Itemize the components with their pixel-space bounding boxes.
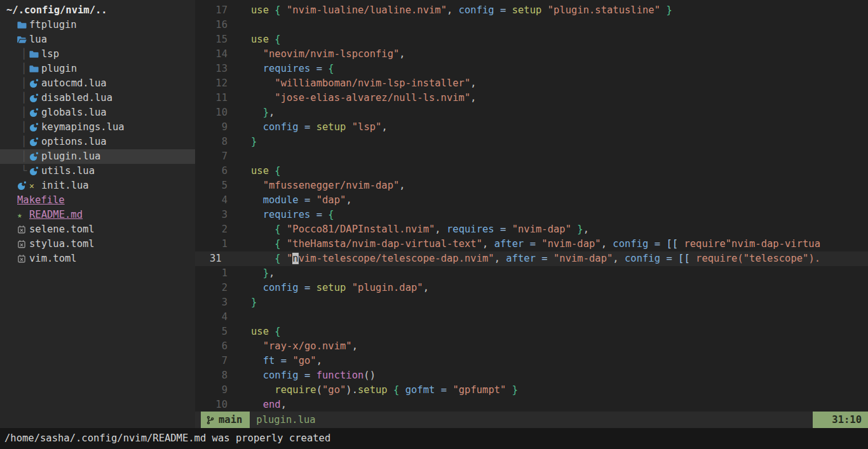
code-line[interactable]: 13 requires = {	[195, 62, 868, 76]
editor-buffer[interactable]: 17use { "nvim-lualine/lualine.nvim", con…	[195, 0, 868, 412]
tree-item-label: utils.lua	[41, 164, 95, 178]
code-text: requires = {	[251, 62, 334, 76]
code-text: "williamboman/nvim-lsp-installer",	[251, 76, 477, 91]
code-line[interactable]: 1 },	[195, 266, 868, 281]
line-number: 4	[195, 310, 227, 325]
tree-item-label: disabled.lua	[41, 91, 112, 105]
tree-item-globals.lua[interactable]: │globals.lua	[0, 105, 195, 120]
line-number: 3	[195, 295, 227, 310]
line-number: 1	[195, 237, 227, 251]
code-line[interactable]: 2 config = setup "plugin.dap",	[195, 281, 868, 295]
folder-icon	[29, 64, 41, 74]
tree-item-label: plugin.lua	[41, 149, 100, 164]
tree-guide: └	[21, 164, 29, 178]
tree-guide: │	[21, 149, 29, 164]
tree-item-label: autocmd.lua	[41, 76, 107, 91]
tree-item-README.md[interactable]: ★README.md	[0, 208, 195, 222]
code-line[interactable]: 11 "jose-elias-alvarez/null-ls.nvim",	[195, 91, 868, 105]
line-number: 2	[195, 222, 227, 237]
code-line[interactable]: 5use {	[195, 325, 868, 339]
tree-guide: │	[21, 105, 29, 120]
line-number: 8	[195, 135, 227, 149]
tree-item-options.lua[interactable]: │options.lua	[0, 135, 195, 149]
code-text: config = function()	[251, 368, 376, 383]
line-number: 14	[195, 47, 227, 62]
line-number: 4	[195, 193, 227, 208]
code-text: { "theHamsta/nvim-dap-virtual-text", aft…	[251, 237, 820, 251]
folder-icon	[29, 50, 41, 59]
cursor-position: 31:10	[813, 412, 868, 428]
git-branch-segment: main	[201, 412, 250, 428]
code-line[interactable]: 4	[195, 310, 868, 325]
tree-item-lua[interactable]: lua	[0, 32, 195, 47]
code-line[interactable]: 6use {	[195, 164, 868, 178]
code-line[interactable]: 2 { "Pocco81/DAPInstall.nvim", requires …	[195, 222, 868, 237]
tree-guide: │	[21, 62, 29, 76]
tree-item-label: init.lua	[41, 178, 89, 193]
code-text: config = setup "lsp",	[251, 120, 388, 135]
code-line[interactable]: 12 "williamboman/nvim-lsp-installer",	[195, 76, 868, 91]
tree-item-stylua.toml[interactable]: stylua.toml	[0, 237, 195, 251]
current-line-number: 31	[195, 251, 242, 266]
code-text: },	[251, 266, 275, 281]
code-text: { "Pocco81/DAPInstall.nvim", requires = …	[251, 222, 589, 237]
code-line[interactable]: 8 config = function()	[195, 368, 868, 383]
tree-guide: │	[21, 91, 29, 105]
code-text: ft = "go",	[251, 354, 322, 368]
code-line[interactable]: 31 { "nvim-telescope/telescope-dap.nvim"…	[195, 251, 868, 266]
code-line[interactable]: 10 },	[195, 105, 868, 120]
code-line[interactable]: 3 requires = {	[195, 208, 868, 222]
tree-item-plugin[interactable]: │plugin	[0, 62, 195, 76]
code-line[interactable]: 4 module = "dap",	[195, 193, 868, 208]
editor-pane[interactable]: 17use { "nvim-lualine/lualine.nvim", con…	[195, 0, 868, 428]
file-tree-sidebar[interactable]: ~/.config/nvim/.. ftpluginlua│lsp│plugin…	[0, 0, 195, 428]
tree-item-label: globals.lua	[41, 105, 107, 120]
code-line[interactable]: 17use { "nvim-lualine/lualine.nvim", con…	[195, 3, 868, 18]
line-number: 7	[195, 354, 227, 368]
tree-item-init.lua[interactable]: ✕init.lua	[0, 178, 195, 193]
tree-item-label: ftplugin	[29, 18, 77, 32]
code-line[interactable]: 10 end,	[195, 398, 868, 412]
code-text: module = "dap",	[251, 193, 352, 208]
code-text: requires = {	[251, 208, 334, 222]
tree-item-autocmd.lua[interactable]: │autocmd.lua	[0, 76, 195, 91]
code-line[interactable]: 14 "neovim/nvim-lspconfig",	[195, 47, 868, 62]
statusline-filename: plugin.lua	[256, 412, 315, 428]
tree-item-lsp[interactable]: │lsp	[0, 47, 195, 62]
tree-item-Makefile[interactable]: Makefile	[0, 193, 195, 208]
line-number: 17	[195, 3, 227, 18]
code-line[interactable]: 3}	[195, 295, 868, 310]
tree-item-utils.lua[interactable]: └utils.lua	[0, 164, 195, 178]
tree-item-label: options.lua	[41, 135, 107, 149]
tree-item-vim.toml[interactable]: vim.toml	[0, 251, 195, 266]
code-line[interactable]: 7	[195, 149, 868, 164]
code-line[interactable]: 16	[195, 18, 868, 32]
code-line[interactable]: 8}	[195, 135, 868, 149]
tree-guide: │	[21, 47, 29, 62]
tree-item-disabled.lua[interactable]: │disabled.lua	[0, 91, 195, 105]
line-number: 16	[195, 18, 227, 32]
code-text: }	[251, 295, 257, 310]
line-number: 6	[195, 164, 227, 178]
code-line[interactable]: 9 config = setup "lsp",	[195, 120, 868, 135]
code-line[interactable]: 5 "mfussenegger/nvim-dap",	[195, 178, 868, 193]
tree-item-plugin.lua[interactable]: │plugin.lua	[0, 149, 195, 164]
line-number: 5	[195, 325, 227, 339]
folder-open-icon	[17, 35, 29, 44]
code-line[interactable]: 7 ft = "go",	[195, 354, 868, 368]
code-text: "mfussenegger/nvim-dap",	[251, 178, 405, 193]
tree-item-keymapings.lua[interactable]: │keymapings.lua	[0, 120, 195, 135]
line-number: 9	[195, 383, 227, 398]
toml-icon	[17, 254, 29, 264]
star-icon: ★	[17, 208, 29, 222]
code-line[interactable]: 1 { "theHamsta/nvim-dap-virtual-text", a…	[195, 237, 868, 251]
code-line[interactable]: 15use {	[195, 32, 868, 47]
code-line[interactable]: 9 require("go").setup { gofmt = "gpfumpt…	[195, 383, 868, 398]
line-number: 9	[195, 120, 227, 135]
tree-item-selene.toml[interactable]: selene.toml	[0, 222, 195, 237]
git-status-icon: ✕	[29, 178, 41, 193]
code-text: use {	[251, 32, 281, 47]
code-line[interactable]: 6 "ray-x/go.nvim",	[195, 339, 868, 354]
tree-item-label: Makefile	[17, 193, 65, 208]
tree-item-ftplugin[interactable]: ftplugin	[0, 18, 195, 32]
